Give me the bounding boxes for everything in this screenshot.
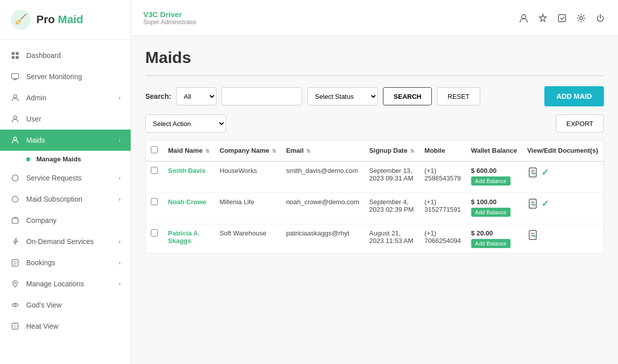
header-subtitle: Super Administrator <box>143 19 196 26</box>
user-profile-icon[interactable] <box>518 13 529 24</box>
reset-button[interactable]: RESET <box>437 87 480 105</box>
email-sort-icon[interactable]: ⇅ <box>306 148 310 154</box>
sidebar-item-service-requests[interactable]: Service Requests › <box>0 167 131 189</box>
sidebar-item-on-demand-services[interactable]: On-Demand Services › <box>0 231 131 252</box>
on-demand-icon <box>10 236 20 247</box>
row3-doc-edit-icon[interactable] <box>527 229 538 240</box>
on-demand-arrow-icon: › <box>119 238 121 245</box>
row1-checkbox[interactable] <box>151 167 158 174</box>
row2-doc-check-icon: ✓ <box>541 198 549 209</box>
bookings-icon <box>10 258 20 268</box>
table-row: Patricia A. Skaggs Soft Warehouse patric… <box>146 224 604 254</box>
sidebar: 🧹 Pro Maid Dashboard Server Monitoring A… <box>0 0 131 364</box>
add-maid-button[interactable]: ADD MAID <box>544 86 604 106</box>
row1-mobile: (+1) 2586543579 <box>419 161 466 193</box>
svg-rect-21 <box>529 168 536 177</box>
heat-view-icon <box>10 321 20 331</box>
signup-sort-icon[interactable]: ⇅ <box>410 148 414 154</box>
action-select[interactable]: Select Action <box>145 114 226 133</box>
settings-icon[interactable] <box>576 13 587 24</box>
row3-email: patriciaaskaggs@rhyt <box>281 224 364 254</box>
sidebar-label-heat-view: Heat View <box>26 322 59 330</box>
maid-subscription-arrow-icon: › <box>119 196 121 202</box>
row2-add-balance-btn[interactable]: Add Balance <box>471 208 511 217</box>
page-title: Maids <box>145 48 604 67</box>
row3-manage-services <box>603 224 604 254</box>
svg-rect-5 <box>16 56 19 59</box>
svg-rect-4 <box>12 56 15 59</box>
location-icon <box>10 279 20 289</box>
sidebar-label-on-demand-services: On-Demand Services <box>26 237 94 246</box>
search-button[interactable]: SEARCH <box>383 87 432 105</box>
sidebar-item-maids[interactable]: Maids › <box>0 130 131 151</box>
row1-manage-services <box>603 161 604 193</box>
row3-add-balance-btn[interactable]: Add Balance <box>471 239 511 248</box>
sidebar-label-service-requests: Service Requests <box>26 174 82 182</box>
search-category-select[interactable]: All <box>176 87 216 105</box>
svg-rect-2 <box>12 52 15 55</box>
svg-rect-24 <box>529 199 536 208</box>
sidebar-item-gods-view[interactable]: God's View <box>0 294 131 316</box>
sidebar-logo: 🧹 Pro Maid <box>0 0 131 40</box>
row2-docs: ✓ <box>522 193 603 224</box>
row3-maid-name[interactable]: Patricia A. Skaggs <box>168 229 200 245</box>
row3-signup-date: August 21, 2023 11:53 AM <box>364 224 419 254</box>
row3-checkbox[interactable] <box>151 229 158 236</box>
col-maid-name: Maid Name ⇅ <box>163 140 214 161</box>
svg-point-18 <box>522 15 526 19</box>
col-wallet-balance: Wallet Balance <box>466 140 522 161</box>
row1-add-balance-btn[interactable]: Add Balance <box>471 176 511 186</box>
admin-icon <box>10 93 20 103</box>
maids-icon <box>10 135 20 145</box>
row2-maid-name[interactable]: Noah Crowe <box>168 198 206 206</box>
sidebar-item-bookings[interactable]: Bookings › <box>0 252 131 273</box>
row2-doc-edit-icon[interactable] <box>527 198 538 209</box>
sidebar-item-admin[interactable]: Admin › <box>0 87 131 108</box>
row1-wallet: $ 600.00 Add Balance <box>466 161 522 193</box>
col-view-edit-docs: View/Edit Document(s) <box>522 140 603 161</box>
svg-point-9 <box>14 137 17 140</box>
svg-rect-6 <box>12 74 19 79</box>
sidebar-item-dashboard[interactable]: Dashboard <box>0 45 131 66</box>
sidebar-item-server-monitoring[interactable]: Server Monitoring <box>0 66 131 87</box>
svg-point-7 <box>14 95 17 98</box>
row3-wallet: $ 20.00 Add Balance <box>466 224 522 254</box>
select-all-checkbox[interactable] <box>151 146 158 153</box>
company-sort-icon[interactable]: ⇅ <box>272 148 276 154</box>
manage-maids-dot <box>26 157 30 161</box>
col-mobile: Mobile <box>419 140 466 161</box>
sidebar-item-heat-view[interactable]: Heat View <box>0 316 131 337</box>
row2-email: noah_crowe@demo.com <box>281 193 364 224</box>
status-select[interactable]: Select Status <box>307 87 378 105</box>
header-icons <box>518 13 606 24</box>
svg-point-16 <box>14 304 16 306</box>
sidebar-subitem-manage-maids[interactable]: Manage Maids <box>0 151 131 167</box>
svg-rect-12 <box>12 218 18 223</box>
row1-docs: ✓ <box>522 161 603 193</box>
power-icon[interactable] <box>595 13 606 24</box>
row1-company: HouseWorks <box>214 161 281 193</box>
alert-icon[interactable] <box>537 13 548 24</box>
checklist-icon[interactable] <box>556 13 568 24</box>
maid-name-sort-icon[interactable]: ⇅ <box>205 148 209 154</box>
row1-maid-name[interactable]: Smith Davis <box>168 167 205 174</box>
row2-checkbox[interactable] <box>151 198 158 205</box>
sidebar-item-manage-locations[interactable]: Manage Locations › <box>0 273 131 294</box>
sidebar-label-user: User <box>26 115 41 123</box>
col-company-name: Company Name ⇅ <box>214 140 281 161</box>
search-input[interactable] <box>221 87 302 105</box>
main-content: V3C Driver Super Administrator Maids <box>131 0 618 364</box>
row1-doc-edit-icon[interactable] <box>527 167 538 178</box>
sidebar-item-company[interactable]: Company <box>0 210 131 231</box>
row2-company: Millenia Life <box>214 193 281 224</box>
sidebar-item-user[interactable]: User <box>0 108 131 130</box>
grid-icon <box>10 50 20 60</box>
sidebar-item-maid-subscription[interactable]: Maid Subscription › <box>0 189 131 210</box>
row3-docs <box>522 224 603 254</box>
svg-rect-19 <box>558 15 566 22</box>
export-button[interactable]: EXPORT <box>556 114 604 133</box>
gods-view-icon <box>10 300 20 310</box>
sidebar-label-server-monitoring: Server Monitoring <box>26 73 82 81</box>
company-icon <box>10 215 20 225</box>
row2-mobile: (+1) 3152771591 <box>419 193 466 224</box>
